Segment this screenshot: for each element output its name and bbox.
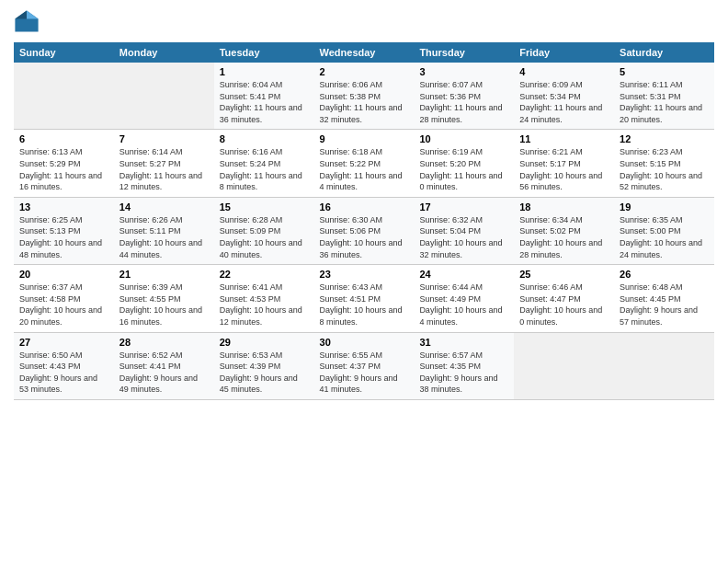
page: SundayMondayTuesdayWednesdayThursdayFrid… xyxy=(0,0,728,563)
day-number: 11 xyxy=(519,133,609,144)
day-info: Sunrise: 6:07 AMSunset: 5:36 PMDaylight:… xyxy=(419,79,508,125)
day-info: Sunrise: 6:43 AMSunset: 4:51 PMDaylight:… xyxy=(320,282,409,327)
week-row-3: 13Sunrise: 6:25 AMSunset: 5:13 PMDayligh… xyxy=(14,197,714,264)
header-day-saturday: Saturday xyxy=(614,42,714,63)
day-number: 10 xyxy=(419,133,508,144)
day-cell: 16Sunrise: 6:30 AMSunset: 5:06 PMDayligh… xyxy=(314,197,415,264)
header-row: SundayMondayTuesdayWednesdayThursdayFrid… xyxy=(14,42,714,63)
day-info: Sunrise: 6:32 AMSunset: 5:04 PMDaylight:… xyxy=(419,214,508,260)
day-number: 1 xyxy=(220,66,309,77)
day-number: 3 xyxy=(419,66,508,77)
day-info: Sunrise: 6:46 AMSunset: 4:47 PMDaylight:… xyxy=(519,282,609,327)
week-row-2: 6Sunrise: 6:13 AMSunset: 5:29 PMDaylight… xyxy=(14,130,714,197)
day-number: 8 xyxy=(220,133,309,144)
day-cell: 12Sunrise: 6:23 AMSunset: 5:15 PMDayligh… xyxy=(614,130,714,197)
day-info: Sunrise: 6:06 AMSunset: 5:38 PMDaylight:… xyxy=(320,79,409,125)
day-cell: 31Sunrise: 6:57 AMSunset: 4:35 PMDayligh… xyxy=(414,332,514,399)
header xyxy=(14,9,714,35)
day-info: Sunrise: 6:28 AMSunset: 5:09 PMDaylight:… xyxy=(220,214,309,260)
day-cell: 15Sunrise: 6:28 AMSunset: 5:09 PMDayligh… xyxy=(214,197,314,264)
day-info: Sunrise: 6:44 AMSunset: 4:49 PMDaylight:… xyxy=(419,282,508,327)
svg-marker-1 xyxy=(27,10,39,18)
day-info: Sunrise: 6:39 AMSunset: 4:55 PMDaylight:… xyxy=(119,282,209,327)
day-info: Sunrise: 6:14 AMSunset: 5:27 PMDaylight:… xyxy=(119,146,209,192)
day-number: 2 xyxy=(320,66,409,77)
day-info: Sunrise: 6:09 AMSunset: 5:34 PMDaylight:… xyxy=(519,79,609,125)
logo-icon xyxy=(14,9,40,35)
day-number: 9 xyxy=(320,133,409,144)
day-info: Sunrise: 6:34 AMSunset: 5:02 PMDaylight:… xyxy=(519,214,609,260)
day-cell: 11Sunrise: 6:21 AMSunset: 5:17 PMDayligh… xyxy=(514,130,614,197)
day-info: Sunrise: 6:13 AMSunset: 5:29 PMDaylight:… xyxy=(19,146,108,192)
day-number: 16 xyxy=(320,201,409,213)
day-info: Sunrise: 6:30 AMSunset: 5:06 PMDaylight:… xyxy=(320,214,409,260)
day-cell: 19Sunrise: 6:35 AMSunset: 5:00 PMDayligh… xyxy=(614,197,714,264)
header-day-tuesday: Tuesday xyxy=(214,42,314,63)
day-cell: 26Sunrise: 6:48 AMSunset: 4:45 PMDayligh… xyxy=(614,265,714,332)
day-info: Sunrise: 6:04 AMSunset: 5:41 PMDaylight:… xyxy=(220,79,309,125)
day-number: 22 xyxy=(220,269,309,280)
day-cell: 3Sunrise: 6:07 AMSunset: 5:36 PMDaylight… xyxy=(414,63,514,130)
day-info: Sunrise: 6:52 AMSunset: 4:41 PMDaylight:… xyxy=(119,350,209,396)
day-number: 31 xyxy=(419,337,508,348)
day-info: Sunrise: 6:57 AMSunset: 4:35 PMDaylight:… xyxy=(419,350,508,396)
day-number: 12 xyxy=(620,133,709,144)
day-number: 21 xyxy=(119,269,209,280)
day-number: 17 xyxy=(419,201,508,213)
day-cell: 24Sunrise: 6:44 AMSunset: 4:49 PMDayligh… xyxy=(414,265,514,332)
day-info: Sunrise: 6:41 AMSunset: 4:53 PMDaylight:… xyxy=(220,282,309,327)
header-day-wednesday: Wednesday xyxy=(314,42,415,63)
day-info: Sunrise: 6:37 AMSunset: 4:58 PMDaylight:… xyxy=(19,282,108,327)
day-number: 23 xyxy=(320,269,409,280)
day-info: Sunrise: 6:50 AMSunset: 4:43 PMDaylight:… xyxy=(19,350,108,396)
logo xyxy=(14,9,43,35)
day-number: 18 xyxy=(519,201,609,213)
day-cell: 6Sunrise: 6:13 AMSunset: 5:29 PMDaylight… xyxy=(14,130,114,197)
day-cell: 20Sunrise: 6:37 AMSunset: 4:58 PMDayligh… xyxy=(14,265,114,332)
day-cell: 27Sunrise: 6:50 AMSunset: 4:43 PMDayligh… xyxy=(14,332,114,399)
day-cell: 21Sunrise: 6:39 AMSunset: 4:55 PMDayligh… xyxy=(114,265,214,332)
day-number: 14 xyxy=(119,201,209,213)
day-info: Sunrise: 6:23 AMSunset: 5:15 PMDaylight:… xyxy=(620,146,709,192)
day-number: 30 xyxy=(320,337,409,348)
day-cell: 2Sunrise: 6:06 AMSunset: 5:38 PMDaylight… xyxy=(314,63,415,130)
day-info: Sunrise: 6:25 AMSunset: 5:13 PMDaylight:… xyxy=(19,214,108,260)
day-number: 29 xyxy=(220,337,309,348)
day-info: Sunrise: 6:48 AMSunset: 4:45 PMDaylight:… xyxy=(620,282,709,327)
day-cell: 30Sunrise: 6:55 AMSunset: 4:37 PMDayligh… xyxy=(314,332,415,399)
day-cell: 10Sunrise: 6:19 AMSunset: 5:20 PMDayligh… xyxy=(414,130,514,197)
day-info: Sunrise: 6:55 AMSunset: 4:37 PMDaylight:… xyxy=(320,350,409,396)
day-cell: 29Sunrise: 6:53 AMSunset: 4:39 PMDayligh… xyxy=(214,332,314,399)
day-cell: 14Sunrise: 6:26 AMSunset: 5:11 PMDayligh… xyxy=(114,197,214,264)
day-cell xyxy=(114,63,214,130)
header-day-monday: Monday xyxy=(114,42,214,63)
day-number: 26 xyxy=(620,269,709,280)
day-number: 19 xyxy=(620,201,709,213)
day-cell: 9Sunrise: 6:18 AMSunset: 5:22 PMDaylight… xyxy=(314,130,415,197)
day-cell: 8Sunrise: 6:16 AMSunset: 5:24 PMDaylight… xyxy=(214,130,314,197)
day-cell: 18Sunrise: 6:34 AMSunset: 5:02 PMDayligh… xyxy=(514,197,614,264)
day-cell xyxy=(614,332,714,399)
week-row-4: 20Sunrise: 6:37 AMSunset: 4:58 PMDayligh… xyxy=(14,265,714,332)
day-info: Sunrise: 6:16 AMSunset: 5:24 PMDaylight:… xyxy=(220,146,309,192)
week-row-1: 1Sunrise: 6:04 AMSunset: 5:41 PMDaylight… xyxy=(14,63,714,130)
header-day-sunday: Sunday xyxy=(14,42,114,63)
week-row-5: 27Sunrise: 6:50 AMSunset: 4:43 PMDayligh… xyxy=(14,332,714,399)
day-info: Sunrise: 6:18 AMSunset: 5:22 PMDaylight:… xyxy=(320,146,409,192)
day-cell: 22Sunrise: 6:41 AMSunset: 4:53 PMDayligh… xyxy=(214,265,314,332)
day-info: Sunrise: 6:21 AMSunset: 5:17 PMDaylight:… xyxy=(519,146,609,192)
day-cell xyxy=(14,63,114,130)
day-info: Sunrise: 6:26 AMSunset: 5:11 PMDaylight:… xyxy=(119,214,209,260)
day-cell: 17Sunrise: 6:32 AMSunset: 5:04 PMDayligh… xyxy=(414,197,514,264)
day-number: 4 xyxy=(519,66,609,77)
day-cell: 5Sunrise: 6:11 AMSunset: 5:31 PMDaylight… xyxy=(614,63,714,130)
day-number: 27 xyxy=(19,337,108,348)
header-day-friday: Friday xyxy=(514,42,614,63)
day-number: 7 xyxy=(119,133,209,144)
day-info: Sunrise: 6:53 AMSunset: 4:39 PMDaylight:… xyxy=(220,350,309,396)
day-cell xyxy=(514,332,614,399)
day-cell: 25Sunrise: 6:46 AMSunset: 4:47 PMDayligh… xyxy=(514,265,614,332)
day-cell: 1Sunrise: 6:04 AMSunset: 5:41 PMDaylight… xyxy=(214,63,314,130)
day-number: 13 xyxy=(19,201,108,213)
day-info: Sunrise: 6:19 AMSunset: 5:20 PMDaylight:… xyxy=(419,146,508,192)
